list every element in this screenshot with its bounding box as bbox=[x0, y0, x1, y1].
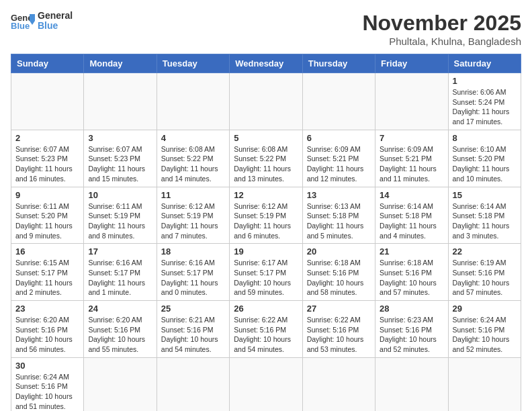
day-info: Sunrise: 6:09 AM Sunset: 5:21 PM Dayligh… bbox=[380, 144, 443, 184]
day-number: 5 bbox=[234, 133, 298, 143]
day-info: Sunrise: 6:14 AM Sunset: 5:18 PM Dayligh… bbox=[380, 201, 443, 241]
day-info: Sunrise: 6:23 AM Sunset: 5:16 PM Dayligh… bbox=[380, 315, 443, 355]
day-cell: 17Sunrise: 6:16 AM Sunset: 5:17 PM Dayli… bbox=[84, 244, 157, 301]
day-number: 28 bbox=[380, 304, 443, 314]
day-number: 3 bbox=[88, 133, 152, 143]
day-cell: 12Sunrise: 6:12 AM Sunset: 5:19 PM Dayli… bbox=[230, 187, 302, 244]
week-row-2: 2Sunrise: 6:07 AM Sunset: 5:23 PM Daylig… bbox=[11, 130, 521, 187]
svg-marker-3 bbox=[30, 21, 35, 25]
day-cell: 23Sunrise: 6:20 AM Sunset: 5:16 PM Dayli… bbox=[11, 301, 84, 358]
month-title: November 2025 bbox=[362, 11, 521, 36]
weekday-header-tuesday: Tuesday bbox=[157, 54, 229, 73]
day-number: 21 bbox=[380, 246, 443, 257]
weekday-header-saturday: Saturday bbox=[448, 54, 521, 73]
day-number: 24 bbox=[88, 304, 152, 314]
day-cell: 26Sunrise: 6:22 AM Sunset: 5:16 PM Dayli… bbox=[230, 301, 302, 358]
day-number: 27 bbox=[307, 304, 371, 314]
day-info: Sunrise: 6:12 AM Sunset: 5:19 PM Dayligh… bbox=[234, 201, 298, 241]
day-cell: 25Sunrise: 6:21 AM Sunset: 5:16 PM Dayli… bbox=[157, 301, 229, 358]
day-number: 9 bbox=[15, 190, 79, 200]
weekday-header-friday: Friday bbox=[375, 54, 448, 73]
day-cell: 30Sunrise: 6:24 AM Sunset: 5:16 PM Dayli… bbox=[11, 357, 84, 411]
title-block: November 2025 Phultala, Khulna, Banglade… bbox=[362, 11, 521, 47]
day-info: Sunrise: 6:22 AM Sunset: 5:16 PM Dayligh… bbox=[234, 315, 298, 355]
day-info: Sunrise: 6:11 AM Sunset: 5:20 PM Dayligh… bbox=[15, 201, 79, 241]
day-cell: 13Sunrise: 6:13 AM Sunset: 5:18 PM Dayli… bbox=[302, 187, 375, 244]
day-number: 10 bbox=[88, 190, 152, 200]
day-number: 18 bbox=[161, 246, 225, 257]
day-info: Sunrise: 6:08 AM Sunset: 5:22 PM Dayligh… bbox=[161, 144, 225, 184]
day-info: Sunrise: 6:11 AM Sunset: 5:19 PM Dayligh… bbox=[88, 201, 152, 241]
logo-icon: General Blue bbox=[11, 11, 35, 30]
day-cell: 29Sunrise: 6:24 AM Sunset: 5:16 PM Dayli… bbox=[448, 301, 521, 358]
day-info: Sunrise: 6:17 AM Sunset: 5:17 PM Dayligh… bbox=[234, 258, 298, 298]
weekday-header-wednesday: Wednesday bbox=[230, 54, 302, 73]
day-cell bbox=[84, 73, 157, 130]
logo-blue: Blue bbox=[38, 21, 73, 31]
day-cell bbox=[230, 73, 302, 130]
week-row-5: 23Sunrise: 6:20 AM Sunset: 5:16 PM Dayli… bbox=[11, 301, 521, 358]
day-cell: 28Sunrise: 6:23 AM Sunset: 5:16 PM Dayli… bbox=[375, 301, 448, 358]
day-cell: 21Sunrise: 6:18 AM Sunset: 5:16 PM Dayli… bbox=[375, 244, 448, 301]
day-cell: 24Sunrise: 6:20 AM Sunset: 5:16 PM Dayli… bbox=[84, 301, 157, 358]
day-cell: 22Sunrise: 6:19 AM Sunset: 5:16 PM Dayli… bbox=[448, 244, 521, 301]
day-number: 6 bbox=[307, 133, 371, 143]
day-info: Sunrise: 6:22 AM Sunset: 5:16 PM Dayligh… bbox=[307, 315, 371, 355]
day-cell: 16Sunrise: 6:15 AM Sunset: 5:17 PM Dayli… bbox=[11, 244, 84, 301]
day-info: Sunrise: 6:13 AM Sunset: 5:18 PM Dayligh… bbox=[307, 201, 371, 241]
day-cell bbox=[84, 357, 157, 411]
day-cell: 8Sunrise: 6:10 AM Sunset: 5:20 PM Daylig… bbox=[448, 130, 521, 187]
page-header: General Blue General Blue November 2025 … bbox=[11, 11, 521, 47]
day-info: Sunrise: 6:20 AM Sunset: 5:16 PM Dayligh… bbox=[15, 315, 79, 355]
weekday-header-thursday: Thursday bbox=[302, 54, 375, 73]
day-cell bbox=[448, 357, 521, 411]
weekday-header-monday: Monday bbox=[84, 54, 157, 73]
day-cell: 15Sunrise: 6:14 AM Sunset: 5:18 PM Dayli… bbox=[448, 187, 521, 244]
day-number: 14 bbox=[380, 190, 443, 200]
calendar: SundayMondayTuesdayWednesdayThursdayFrid… bbox=[11, 54, 521, 411]
day-info: Sunrise: 6:10 AM Sunset: 5:20 PM Dayligh… bbox=[453, 144, 517, 184]
day-cell: 19Sunrise: 6:17 AM Sunset: 5:17 PM Dayli… bbox=[230, 244, 302, 301]
day-info: Sunrise: 6:18 AM Sunset: 5:16 PM Dayligh… bbox=[307, 258, 371, 298]
day-info: Sunrise: 6:15 AM Sunset: 5:17 PM Dayligh… bbox=[15, 258, 79, 298]
day-number: 8 bbox=[453, 133, 517, 143]
day-info: Sunrise: 6:07 AM Sunset: 5:23 PM Dayligh… bbox=[15, 144, 79, 184]
day-number: 22 bbox=[453, 246, 517, 257]
day-info: Sunrise: 6:06 AM Sunset: 5:24 PM Dayligh… bbox=[453, 87, 517, 127]
logo: General Blue General Blue bbox=[11, 11, 73, 32]
week-row-3: 9Sunrise: 6:11 AM Sunset: 5:20 PM Daylig… bbox=[11, 187, 521, 244]
day-cell: 5Sunrise: 6:08 AM Sunset: 5:22 PM Daylig… bbox=[230, 130, 302, 187]
svg-text:Blue: Blue bbox=[11, 21, 30, 30]
day-cell: 3Sunrise: 6:07 AM Sunset: 5:23 PM Daylig… bbox=[84, 130, 157, 187]
day-cell: 14Sunrise: 6:14 AM Sunset: 5:18 PM Dayli… bbox=[375, 187, 448, 244]
day-number: 2 bbox=[15, 133, 79, 143]
day-info: Sunrise: 6:07 AM Sunset: 5:23 PM Dayligh… bbox=[88, 144, 152, 184]
day-number: 23 bbox=[15, 304, 79, 314]
location: Phultala, Khulna, Bangladesh bbox=[362, 36, 521, 47]
day-number: 30 bbox=[15, 361, 79, 371]
week-row-6: 30Sunrise: 6:24 AM Sunset: 5:16 PM Dayli… bbox=[11, 357, 521, 411]
day-info: Sunrise: 6:21 AM Sunset: 5:16 PM Dayligh… bbox=[161, 315, 225, 355]
svg-marker-2 bbox=[30, 14, 35, 21]
day-info: Sunrise: 6:19 AM Sunset: 5:16 PM Dayligh… bbox=[453, 258, 517, 298]
day-cell: 1Sunrise: 6:06 AM Sunset: 5:24 PM Daylig… bbox=[448, 73, 521, 130]
day-cell bbox=[375, 73, 448, 130]
day-info: Sunrise: 6:09 AM Sunset: 5:21 PM Dayligh… bbox=[307, 144, 371, 184]
day-number: 29 bbox=[453, 304, 517, 314]
logo-general: General bbox=[38, 11, 73, 21]
day-cell: 4Sunrise: 6:08 AM Sunset: 5:22 PM Daylig… bbox=[157, 130, 229, 187]
day-number: 4 bbox=[161, 133, 225, 143]
day-cell bbox=[11, 73, 84, 130]
day-info: Sunrise: 6:24 AM Sunset: 5:16 PM Dayligh… bbox=[453, 315, 517, 355]
weekday-header-row: SundayMondayTuesdayWednesdayThursdayFrid… bbox=[11, 54, 521, 73]
day-cell bbox=[302, 357, 375, 411]
day-cell: 20Sunrise: 6:18 AM Sunset: 5:16 PM Dayli… bbox=[302, 244, 375, 301]
day-info: Sunrise: 6:24 AM Sunset: 5:16 PM Dayligh… bbox=[15, 372, 79, 411]
day-number: 13 bbox=[307, 190, 371, 200]
day-info: Sunrise: 6:08 AM Sunset: 5:22 PM Dayligh… bbox=[234, 144, 298, 184]
day-cell: 6Sunrise: 6:09 AM Sunset: 5:21 PM Daylig… bbox=[302, 130, 375, 187]
day-cell bbox=[157, 73, 229, 130]
day-cell bbox=[157, 357, 229, 411]
day-cell: 10Sunrise: 6:11 AM Sunset: 5:19 PM Dayli… bbox=[84, 187, 157, 244]
day-info: Sunrise: 6:20 AM Sunset: 5:16 PM Dayligh… bbox=[88, 315, 152, 355]
